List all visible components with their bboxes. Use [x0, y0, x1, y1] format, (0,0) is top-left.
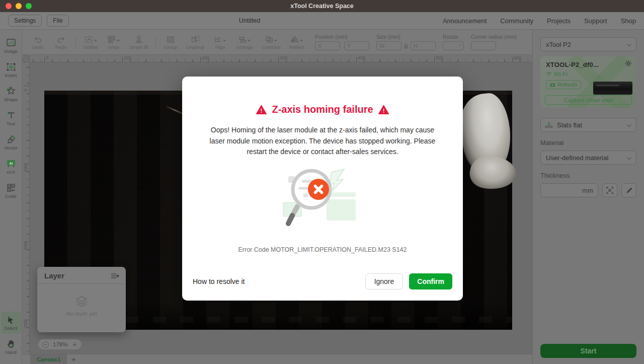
warning-icon: !: [378, 105, 389, 114]
dialog-message: Oops! Homing of the laser module at the …: [204, 125, 441, 158]
window-title: xTool Creative Space: [0, 3, 644, 10]
error-code: Error Code MOTOR_LIMIT.OPERATION_FAILED.…: [182, 246, 463, 253]
error-illustration: [280, 164, 365, 239]
how-to-resolve-link[interactable]: How to resolve it: [193, 277, 245, 285]
titlebar: xTool Creative Space: [0, 0, 644, 12]
warning-icon: !: [256, 105, 267, 114]
error-dialog: ! Z-axis homing failure ! Oops! Homing o…: [182, 77, 463, 301]
dialog-footer: How to resolve it Ignore Confirm: [182, 273, 463, 301]
app-window: xTool Creative Space Settings File Untit…: [0, 0, 644, 364]
ignore-button[interactable]: Ignore: [365, 273, 404, 289]
dialog-title-row: ! Z-axis homing failure !: [182, 104, 463, 115]
dialog-title: Z-axis homing failure: [272, 104, 373, 115]
confirm-button[interactable]: Confirm: [409, 273, 452, 289]
